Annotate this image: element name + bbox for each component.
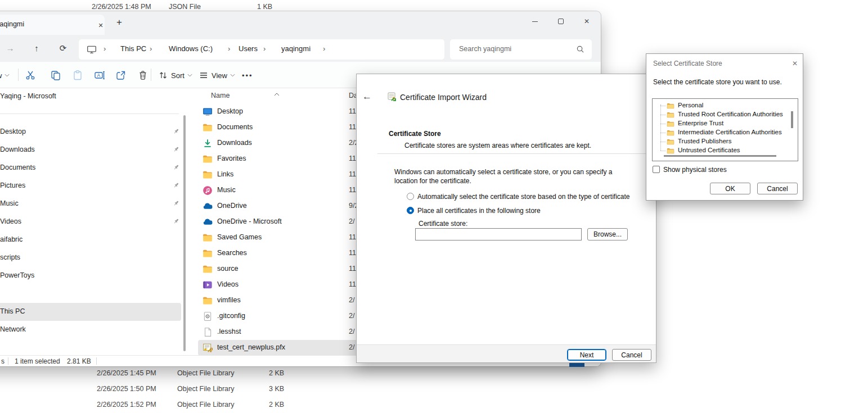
tree-vertical-scrollbar[interactable] [791,111,793,128]
paste-icon [72,70,83,81]
sidebar-scrollbar[interactable] [183,115,186,351]
explorer-tab[interactable]: yaqingmi ✕ [0,15,105,35]
show-physical-stores-checkbox[interactable] [653,166,660,173]
radio-place-all-certificates-label[interactable]: Place all certificates in the following … [417,207,541,215]
file-name: Music [217,186,236,194]
certificate-store-label: Certificate store: [419,220,467,228]
tree-item-trusted-publishers[interactable]: Trusted Publishers [653,137,798,146]
copy-icon [50,70,61,81]
tree-item-intermediate-certification-authorities[interactable]: Intermediate Certification Authorities [653,128,798,137]
sort-button[interactable]: Sort [158,69,192,82]
sidebar-item-downloads[interactable]: Downloads [0,141,186,159]
new-button-label: w [0,71,2,80]
breadcrumb-yaqingmi[interactable]: yaqingmi [281,44,311,53]
tree-item-personal[interactable]: Personal [653,101,798,110]
breadcrumb-windows-c[interactable]: Windows (C:) [169,44,213,53]
share-button[interactable] [115,69,127,82]
bg-file-row[interactable]: 2/26/2025 1:45 PMObject File Library2 KB [0,365,868,381]
new-button[interactable]: w [0,69,10,82]
show-physical-stores-label[interactable]: Show physical stores [663,166,727,174]
column-header-name[interactable]: Name [211,92,230,99]
wizard-cancel-button[interactable]: Cancel [612,349,651,361]
browse-button[interactable]: Browse... [587,228,628,240]
sidebar-account-label[interactable]: Yaqing - Microsoft [0,92,56,100]
sidebar-item-pictures[interactable]: Pictures [0,177,186,195]
file-name: vimfiles [217,296,241,304]
bg-file-row[interactable]: 2/26/2025 1:50 PMObject File Library3 KB [0,381,868,397]
ok-button[interactable]: OK [710,183,750,194]
dialog-cancel-button-label: Cancel [767,185,788,193]
minimize-button[interactable] [522,13,548,30]
radio-auto-select-store-label[interactable]: Automatically select the certificate sto… [417,193,630,201]
file-name: OneDrive - Microsoft [217,217,282,225]
sidebar-item-label: PowerToys [0,271,34,279]
sidebar-item-music[interactable]: Music [0,195,186,213]
forward-icon[interactable]: → [2,40,18,56]
certificate-store-input[interactable] [415,228,582,240]
gitconfig-icon [203,311,213,321]
back-arrow-icon[interactable]: ← [362,91,372,102]
tab-close-icon[interactable]: ✕ [95,19,107,31]
bg-file-type: JSON File [169,3,201,11]
blue-accent-fragment [569,362,584,367]
delete-button[interactable] [137,69,149,82]
address-bar[interactable]: › This PC › Windows (C:) › Users › yaqin… [79,39,444,60]
view-button[interactable]: View [199,69,235,82]
sidebar-item-scripts[interactable]: scripts [0,249,186,267]
status-selection: 1 item selected [15,357,60,365]
breadcrumb-this-pc[interactable]: This PC [120,44,146,53]
bg-file-size: 2 KB [269,401,284,409]
search-input[interactable]: Search yaqingmi [450,39,592,60]
this-pc-icon [87,44,97,57]
status-size: 2.81 KB [67,357,91,365]
rename-button[interactable]: A [94,69,106,82]
folder-icon [203,296,213,306]
tab-title: yaqingmi [0,20,24,28]
chevron-down-icon [230,74,235,77]
breadcrumb-users[interactable]: Users [239,44,258,53]
sidebar-item-documents[interactable]: Documents [0,159,186,177]
more-options-button[interactable]: ••• [242,69,253,82]
tree-item-trusted-root-certification-authorities[interactable]: Trusted Root Certification Authorities [653,110,798,119]
bg-file-row[interactable]: 2/26/2025 1:52 PMObject File Library2 KB [0,397,868,412]
paste-button[interactable] [72,69,83,82]
tree-item-enterprise-trust[interactable]: Enterprise Trust [653,119,798,128]
wizard-cancel-button-label: Cancel [621,351,642,359]
more-options-icon: ••• [242,71,253,80]
close-button[interactable]: ✕ [574,13,600,30]
tree-item-untrusted-certificates[interactable]: Untrusted Certificates [653,146,798,155]
sidebar-item-label: Pictures [0,181,25,189]
onedrive-icon [203,201,213,211]
wizard-intro-text: Windows can automatically select a certi… [394,167,635,185]
sidebar-item-label: scripts [0,253,20,261]
sidebar-item-this-pc[interactable]: This PC [0,303,181,321]
search-icon [576,45,584,56]
folder-icon [203,248,213,258]
next-button[interactable]: Next [567,349,606,361]
sidebar-item-label: Videos [0,217,21,225]
tree-horizontal-scrollbar[interactable] [664,155,776,157]
maximize-button[interactable] [548,13,574,30]
refresh-icon[interactable]: ⟳ [55,40,71,56]
sidebar-item-videos[interactable]: Videos [0,213,186,231]
certificate-import-wizard-dialog: ← Certificate Import Wizard Certificate … [356,74,656,363]
wizard-page-subheading: Certificate stores are system areas wher… [404,142,591,149]
certificate-store-tree[interactable]: PersonalTrusted Root Certification Autho… [652,98,798,161]
file-name: Favorites [217,155,246,162]
up-icon[interactable]: ↑ [29,40,44,56]
sidebar-item-aifabric[interactable]: aifabric [0,231,186,249]
cut-button[interactable] [25,69,36,82]
new-tab-button[interactable]: + [113,16,126,29]
sidebar-item-desktop[interactable]: Desktop [0,123,186,141]
sidebar-item-label: aifabric [0,235,23,243]
radio-auto-select-store[interactable] [407,193,414,200]
sidebar-item-network[interactable]: Network [0,321,186,339]
dialog-cancel-button[interactable]: Cancel [757,183,798,194]
radio-place-all-certificates[interactable] [407,207,414,214]
sidebar-item-powertoys[interactable]: PowerToys [0,267,186,285]
breadcrumb-chevron: › [104,44,106,53]
tree-connector [660,151,665,151]
tree-item-label: Untrusted Certificates [678,147,740,153]
dialog-close-icon[interactable]: ✕ [790,58,800,69]
copy-button[interactable] [50,69,61,82]
